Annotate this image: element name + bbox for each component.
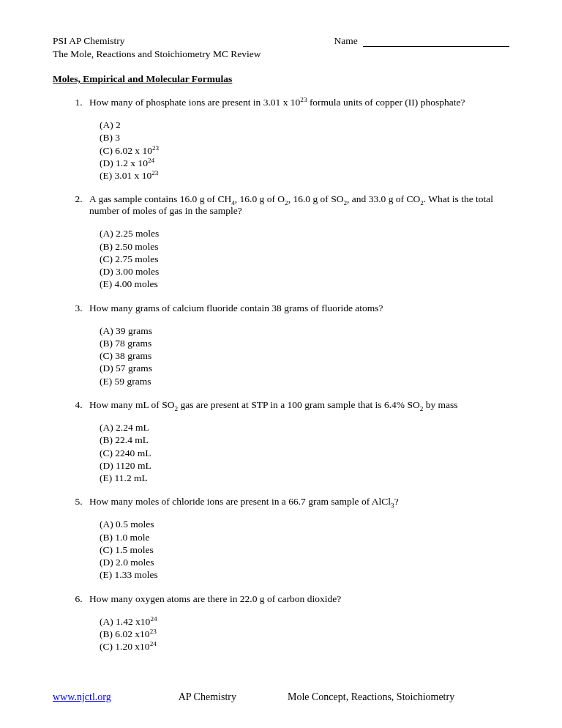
choice-item: (C) 6.02 x 1023 — [100, 144, 509, 157]
choice-item: (C) 1.20 x1024 — [100, 640, 509, 653]
name-label: Name — [334, 35, 357, 46]
footer-right: Mole Concept, Reactions, Stoichiometry — [288, 691, 454, 703]
choice-item: (B) 3 — [100, 131, 509, 144]
choice-item: (B) 78 grams — [100, 337, 509, 349]
question-item: How many of phosphate ions are present i… — [85, 97, 509, 182]
choice-list: (A) 2.25 moles(B) 2.50 moles(C) 2.75 mol… — [89, 227, 509, 290]
choice-item: (B) 2.50 moles — [100, 240, 509, 253]
name-blank-line — [363, 46, 509, 47]
choice-item: (A) 2 — [100, 119, 509, 131]
choice-item: (A) 0.5 moles — [100, 518, 509, 530]
choice-item: (B) 6.02 x1023 — [100, 628, 509, 640]
choice-list: (A) 39 grams(B) 78 grams(C) 38 grams(D) … — [89, 324, 509, 387]
page-subtitle: The Mole, Reactions and Stoichiometry MC… — [53, 48, 509, 60]
choice-item: (A) 2.24 mL — [100, 421, 509, 434]
choice-item: (A) 39 grams — [100, 324, 509, 337]
question-item: How many grams of calcium fluoride conta… — [85, 302, 509, 387]
choice-item: (B) 22.4 mL — [100, 434, 509, 446]
choice-item: (B) 1.0 mole — [100, 531, 509, 543]
name-field: Name — [334, 35, 509, 47]
question-item: How many moles of chloride ions are pres… — [85, 496, 509, 581]
choice-item: (A) 2.25 moles — [100, 227, 509, 239]
page-footer: www.njctl.org AP Chemistry Mole Concept,… — [53, 691, 509, 703]
footer-center: AP Chemistry — [179, 691, 236, 703]
course-label: PSI AP Chemistry — [53, 35, 125, 47]
question-stem: How many mL of SO2 gas are present at ST… — [89, 399, 509, 411]
question-item: How many oxygen atoms are there in 22.0 … — [85, 593, 509, 653]
question-list: How many of phosphate ions are present i… — [53, 97, 509, 653]
choice-list: (A) 1.42 x1024(B) 6.02 x1023(C) 1.20 x10… — [89, 615, 509, 653]
choice-item: (E) 11.2 mL — [100, 472, 509, 484]
footer-link[interactable]: www.njctl.org — [53, 691, 111, 703]
choice-item: (C) 2.75 moles — [100, 253, 509, 265]
question-item: How many mL of SO2 gas are present at ST… — [85, 399, 509, 484]
choice-item: (E) 1.33 moles — [100, 568, 509, 581]
choice-item: (D) 1.2 x 1024 — [100, 157, 509, 169]
choice-item: (C) 2240 mL — [100, 447, 509, 459]
choice-item: (E) 4.00 moles — [100, 278, 509, 290]
choice-item: (E) 3.01 x 1023 — [100, 169, 509, 182]
choice-item: (D) 57 grams — [100, 362, 509, 374]
choice-item: (A) 1.42 x1024 — [100, 615, 509, 628]
question-stem: How many moles of chloride ions are pres… — [89, 496, 509, 508]
choice-item: (D) 2.0 moles — [100, 556, 509, 568]
question-stem: How many oxygen atoms are there in 22.0 … — [89, 593, 509, 605]
question-item: A gas sample contains 16.0 g of CH4, 16.… — [85, 193, 509, 290]
question-stem: A gas sample contains 16.0 g of CH4, 16.… — [89, 193, 509, 217]
choice-list: (A) 2(B) 3(C) 6.02 x 1023(D) 1.2 x 1024(… — [89, 119, 509, 182]
choice-item: (C) 1.5 moles — [100, 543, 509, 556]
section-title: Moles, Empirical and Molecular Formulas — [53, 73, 509, 85]
choice-list: (A) 2.24 mL(B) 22.4 mL(C) 2240 mL(D) 112… — [89, 421, 509, 484]
question-stem: How many of phosphate ions are present i… — [89, 97, 509, 108]
choice-item: (C) 38 grams — [100, 349, 509, 362]
choice-list: (A) 0.5 moles(B) 1.0 mole(C) 1.5 moles(D… — [89, 518, 509, 581]
choice-item: (D) 3.00 moles — [100, 265, 509, 278]
page-header: PSI AP Chemistry Name — [53, 35, 509, 47]
choice-item: (D) 1120 mL — [100, 459, 509, 472]
choice-item: (E) 59 grams — [100, 375, 509, 387]
question-stem: How many grams of calcium fluoride conta… — [89, 302, 509, 314]
